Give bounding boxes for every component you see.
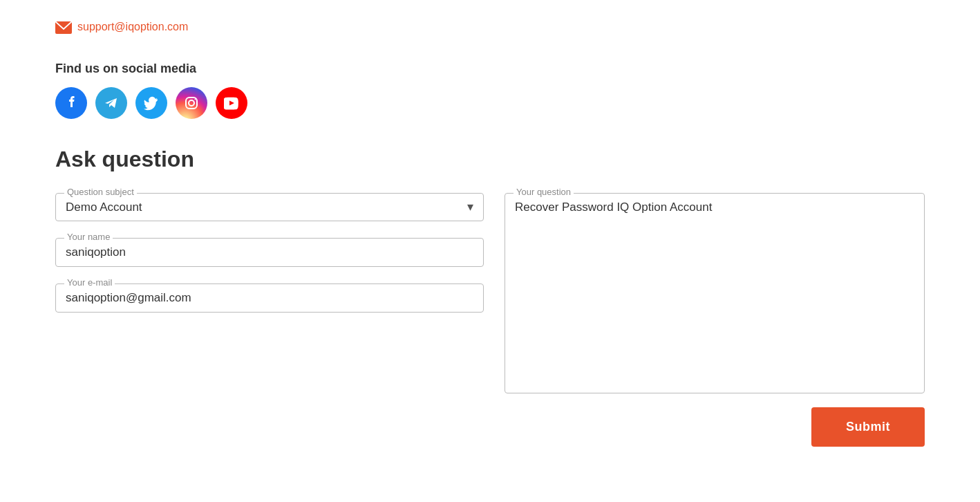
your-question-label: Your question xyxy=(513,187,574,197)
form-left: Question subject Demo Account Real Accou… xyxy=(55,193,484,313)
your-question-field: Your question Recover Password IQ Option… xyxy=(505,193,925,393)
question-subject-select[interactable]: Demo Account Real Account Deposit Withdr… xyxy=(66,201,473,214)
social-icons-row xyxy=(55,87,925,119)
email-icon xyxy=(55,21,72,34)
your-email-input[interactable] xyxy=(66,291,473,305)
email-row: support@iqoption.com xyxy=(55,21,925,34)
your-name-field: Your name xyxy=(55,238,484,267)
youtube-icon[interactable] xyxy=(216,87,247,119)
select-wrapper: Demo Account Real Account Deposit Withdr… xyxy=(66,201,473,214)
submit-row: Submit xyxy=(55,407,925,447)
your-name-label: Your name xyxy=(64,232,113,242)
facebook-icon[interactable] xyxy=(55,87,87,119)
submit-button[interactable]: Submit xyxy=(811,407,925,447)
svg-point-2 xyxy=(189,100,194,106)
telegram-icon[interactable] xyxy=(95,87,127,119)
question-subject-field: Question subject Demo Account Real Accou… xyxy=(55,193,484,221)
ask-section-title: Ask question xyxy=(55,147,925,172)
ask-question-section: Ask question Question subject Demo Accou… xyxy=(55,147,925,447)
social-title: Find us on social media xyxy=(55,62,925,76)
svg-point-3 xyxy=(195,98,196,100)
your-question-textarea[interactable]: Recover Password IQ Option Account xyxy=(515,201,914,386)
question-subject-label: Question subject xyxy=(64,187,137,197)
twitter-icon[interactable] xyxy=(135,87,167,119)
form-layout: Question subject Demo Account Real Accou… xyxy=(55,193,925,393)
email-link[interactable]: support@iqoption.com xyxy=(77,21,188,33)
your-email-label: Your e-mail xyxy=(64,277,115,288)
form-right: Your question Recover Password IQ Option… xyxy=(505,193,925,393)
social-section: Find us on social media xyxy=(55,62,925,119)
your-email-field: Your e-mail xyxy=(55,283,484,313)
instagram-icon[interactable] xyxy=(176,87,207,119)
your-name-input[interactable] xyxy=(66,245,473,259)
